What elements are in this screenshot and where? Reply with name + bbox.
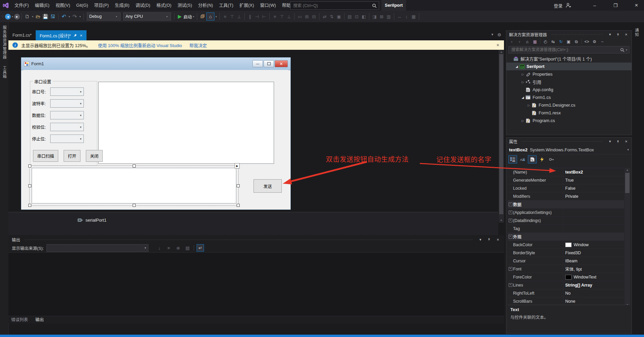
window-position-dropdown-icon[interactable]: ▾	[607, 32, 613, 37]
field-combobox[interactable]: ▾	[50, 123, 84, 131]
switch-views-icon[interactable]: ▦	[532, 39, 538, 45]
format-icon-14[interactable]: ⇅	[328, 13, 335, 20]
close-button[interactable]: ×	[629, 0, 644, 11]
designer-vertical-scrollbar[interactable]: ▲ ▼	[499, 50, 504, 223]
property-grid-scrollbar[interactable]: ▲ ▼	[624, 168, 630, 307]
field-combobox[interactable]: ▾	[50, 99, 84, 108]
word-wrap-icon[interactable]: ↵	[197, 244, 204, 252]
tree-item-appconfig[interactable]: App.config	[506, 86, 632, 93]
property-category-外观[interactable]: −外观	[508, 233, 624, 241]
menu-item-s[interactable]: 测试(S)	[174, 0, 195, 11]
tree-item-programcs[interactable]: ▷Program.cs	[506, 117, 632, 124]
navigate-forward-icon[interactable]: ▸	[14, 14, 20, 20]
back-icon[interactable]: ‹	[508, 39, 515, 45]
tree-item-form1cs[interactable]: ◢Form1.cs	[506, 93, 632, 101]
refresh-icon[interactable]: ↻	[557, 39, 564, 45]
sidebar-tab-server-explorer[interactable]: 服务器资源管理器	[2, 22, 7, 63]
serialport-component[interactable]: serialPort1	[77, 218, 106, 223]
expand-icon[interactable]: +	[508, 267, 513, 271]
help-me-decide-link[interactable]: 帮我决定	[190, 42, 207, 48]
menu-item-d[interactable]: 调试(D)	[132, 0, 153, 11]
sign-in[interactable]: 登录	[554, 0, 571, 11]
format-icon-16[interactable]: ▤	[346, 13, 353, 20]
redo-icon[interactable]: ↷	[71, 13, 78, 20]
resize-handle[interactable]	[133, 164, 136, 167]
property-row-backcolor[interactable]: BackColorWindow	[508, 241, 624, 249]
save-all-icon[interactable]: 🖫	[49, 13, 57, 20]
scrollbar-thumb[interactable]	[499, 54, 503, 214]
collapse-icon[interactable]: −	[508, 235, 513, 238]
categorized-icon[interactable]	[508, 155, 517, 163]
property-value[interactable]: Window	[563, 241, 624, 249]
window-position-dropdown-icon[interactable]: ▾	[478, 237, 483, 242]
tree-item-[interactable]: ▷引用	[506, 78, 632, 86]
property-row-modifiers[interactable]: ModifiersPrivate	[508, 192, 624, 200]
new-file-icon[interactable]: 🗋	[24, 13, 31, 20]
open-file-icon[interactable]: 🗁	[34, 13, 42, 20]
events-icon[interactable]	[538, 156, 546, 163]
receive-textbox[interactable]	[98, 82, 274, 164]
send-textbox-textbox2[interactable]	[32, 168, 236, 203]
expand-icon[interactable]: +	[508, 219, 513, 222]
resize-handle[interactable]	[133, 204, 136, 207]
format-icon-18[interactable]: ◧	[360, 13, 367, 20]
format-icon-2[interactable]: ⊤	[229, 13, 236, 20]
property-value[interactable]	[563, 209, 624, 216]
search-options-dropdown[interactable]: ▾	[626, 48, 627, 51]
field-combobox[interactable]: ▾	[50, 87, 84, 96]
solution-platform-dropdown[interactable]: Any CPU▾	[123, 12, 171, 21]
format-icon-3[interactable]: ⊥	[236, 13, 243, 20]
property-row-tag[interactable]: Tag	[508, 225, 624, 233]
format-icon-8[interactable]: ⊤	[278, 13, 285, 20]
format-icon-15[interactable]: ▣	[335, 13, 342, 20]
save-icon[interactable]: 💾	[42, 13, 49, 20]
clear-output-icon[interactable]: ⊗	[175, 245, 181, 251]
smart-tag-icon[interactable]: ▶	[235, 163, 240, 168]
tab-options-icon[interactable]: ⚙	[497, 32, 501, 37]
properties-view-icon[interactable]	[528, 155, 537, 163]
collapse-all-icon[interactable]: −	[599, 39, 606, 45]
undo-icon[interactable]: ↶	[60, 13, 68, 20]
menu-item-n[interactable]: 分析(N)	[195, 0, 216, 11]
field-combobox[interactable]: ▾	[50, 135, 84, 143]
navigate-back-icon[interactable]: ◂	[5, 14, 11, 20]
form-minimize-button[interactable]: —	[252, 60, 263, 67]
pin-panel-icon[interactable]: 🖈	[486, 237, 492, 241]
close-panel-icon[interactable]: ×	[623, 32, 629, 37]
form-button-1[interactable]: 串口扫描	[33, 150, 58, 162]
tree-item-form1designercs[interactable]: ▷Form1.Designer.cs	[506, 101, 632, 109]
resize-handle[interactable]	[237, 204, 240, 207]
expander-icon[interactable]: ▷	[520, 80, 525, 84]
format-icon-7[interactable]: ≡	[271, 13, 278, 20]
property-row-scrollbars[interactable]: ScrollBarsNone	[508, 297, 624, 305]
menu-item-o[interactable]: 格式(O)	[153, 0, 174, 11]
tree-item-serilport11[interactable]: 解决方案"Serilport"(1 个项目/共 1 个)	[506, 55, 632, 63]
output-icon-4[interactable]: ▤	[184, 245, 191, 251]
property-value[interactable]: 宋体, 9pt	[563, 265, 624, 273]
property-value[interactable]: String[] Array	[563, 281, 624, 289]
scroll-down-icon[interactable]: ▼	[499, 218, 504, 223]
minimize-button[interactable]: –	[587, 0, 602, 11]
tab-overflow-dropdown-icon[interactable]: ▾	[492, 32, 494, 37]
format-icon-17[interactable]: ⊡	[353, 13, 360, 20]
property-category-数据[interactable]: −数据	[508, 200, 624, 209]
property-row-locked[interactable]: LockedFalse	[508, 184, 624, 192]
format-icon-5[interactable]: ⊣	[253, 13, 261, 20]
infobar-close-icon[interactable]: ×	[497, 42, 499, 48]
pin-icon[interactable]	[73, 34, 77, 37]
window-position-dropdown-icon[interactable]: ▾	[607, 139, 613, 144]
scrollbar-thumb[interactable]	[625, 173, 630, 193]
view-code-icon[interactable]: <>	[583, 39, 590, 45]
resize-handle[interactable]	[28, 164, 31, 167]
menu-item-p[interactable]: 项目(P)	[91, 0, 112, 11]
property-value[interactable]: Fixed3D	[563, 249, 624, 257]
tree-item-properties[interactable]: ▷Properties	[506, 70, 632, 78]
tab-form1-designer[interactable]: Form1.cs [设计]* ×	[36, 30, 87, 40]
solution-search-input[interactable]	[511, 47, 620, 52]
selected-object-dropdown[interactable]: textBox2 System.Windows.Forms.TextBox ▾	[506, 145, 632, 154]
solution-configuration-dropdown[interactable]: Debug▾	[87, 12, 121, 21]
property-value[interactable]: Private	[563, 192, 624, 200]
menu-item-gitg[interactable]: Git(G)	[73, 0, 91, 11]
scroll-up-icon[interactable]: ▲	[624, 168, 630, 172]
expander-icon[interactable]: ▷	[520, 119, 525, 122]
